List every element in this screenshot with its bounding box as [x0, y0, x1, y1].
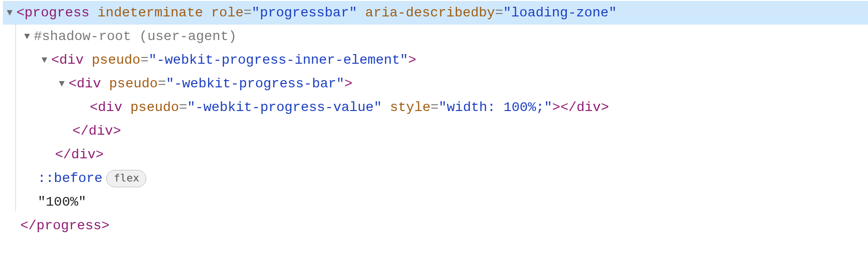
- display-badge: flex: [106, 170, 146, 187]
- dom-node-inner-element-close[interactable]: </div>: [3, 143, 868, 167]
- dom-node-progress-open[interactable]: ▼ <progress indeterminate role="progress…: [3, 1, 868, 25]
- tag-name: div: [59, 48, 84, 72]
- expand-arrow-icon[interactable]: ▼: [55, 75, 69, 92]
- shadow-root-node[interactable]: ▼ #shadow-root (user-agent): [3, 25, 868, 48]
- expand-arrow-icon[interactable]: ▼: [3, 4, 16, 21]
- attr-aria-describedby-value: "loading-zone": [503, 1, 616, 25]
- shadow-root-label: #shadow-root (user-agent): [34, 25, 237, 48]
- attr-pseudo: pseudo: [130, 96, 179, 119]
- attr-pseudo-value: "-webkit-progress-bar": [166, 72, 345, 96]
- pseudo-selector: ::before: [38, 167, 102, 190]
- dom-node-inner-element-open[interactable]: ▼ <div pseudo="-webkit-progress-inner-el…: [3, 48, 868, 72]
- attr-aria-describedby: aria-describedby: [365, 1, 495, 25]
- pseudo-before-node[interactable]: ::before flex: [3, 167, 868, 190]
- expand-arrow-icon[interactable]: ▼: [38, 52, 51, 69]
- tag-name: progress: [25, 1, 89, 25]
- attr-pseudo-value: "-webkit-progress-value": [187, 96, 382, 119]
- text-node-value: "100%": [38, 190, 86, 214]
- dom-node-progress-value[interactable]: <div pseudo="-webkit-progress-value" sty…: [3, 96, 868, 119]
- attr-pseudo: pseudo: [109, 72, 158, 96]
- attr-style-value: "width: 100%;": [439, 96, 552, 119]
- dom-node-progress-bar-open[interactable]: ▼ <div pseudo="-webkit-progress-bar">: [3, 72, 868, 96]
- text-node[interactable]: "100%": [3, 190, 868, 214]
- dom-node-progress-close[interactable]: </progress>: [3, 214, 868, 237]
- attr-style: style: [390, 96, 431, 119]
- expand-arrow-icon[interactable]: ▼: [20, 28, 34, 45]
- attr-role-value: "progressbar": [252, 1, 357, 25]
- attr-indeterminate: indeterminate: [98, 1, 203, 25]
- dom-node-progress-bar-close[interactable]: </div>: [3, 119, 868, 143]
- attr-role: role: [211, 1, 243, 25]
- tag-name: div: [77, 72, 101, 96]
- dom-tree: ▼ <progress indeterminate role="progress…: [0, 0, 868, 242]
- tree-guide-line: [15, 24, 16, 211]
- bracket-open: <: [16, 1, 25, 25]
- tag-name: div: [98, 96, 122, 119]
- attr-pseudo: pseudo: [92, 48, 140, 72]
- attr-pseudo-value: "-webkit-progress-inner-element": [149, 48, 408, 72]
